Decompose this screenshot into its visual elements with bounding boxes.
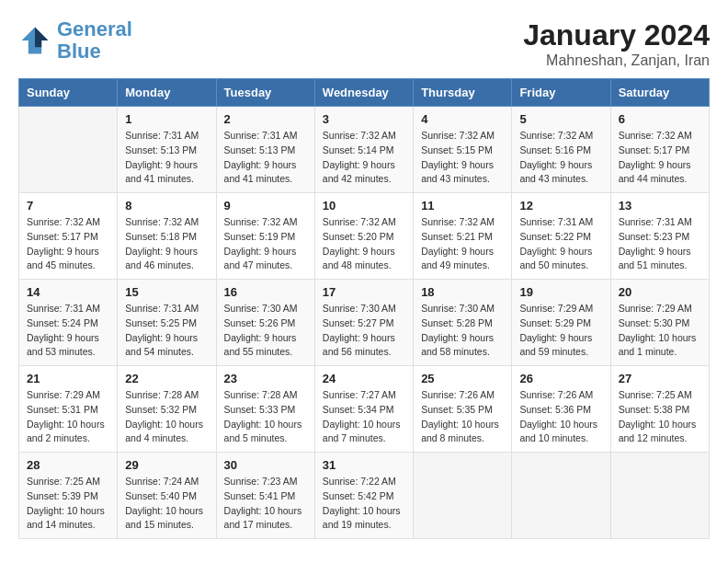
day-number: 19 bbox=[519, 285, 602, 299]
weekday-header-wednesday: Wednesday bbox=[314, 79, 413, 107]
week-row-1: 1Sunrise: 7:31 AMSunset: 5:13 PMDaylight… bbox=[19, 107, 710, 193]
calendar-cell: 19Sunrise: 7:29 AMSunset: 5:29 PMDayligh… bbox=[512, 280, 610, 366]
logo-line1: General bbox=[57, 17, 132, 40]
day-info: Sunrise: 7:24 AMSunset: 5:40 PMDaylight:… bbox=[125, 475, 208, 533]
day-info: Sunrise: 7:29 AMSunset: 5:31 PMDaylight:… bbox=[27, 388, 109, 446]
day-number: 22 bbox=[125, 372, 208, 385]
weekday-header-friday: Friday bbox=[512, 79, 610, 107]
weekday-header-saturday: Saturday bbox=[610, 79, 709, 107]
day-info: Sunrise: 7:32 AMSunset: 5:17 PMDaylight:… bbox=[619, 129, 701, 187]
calendar-cell: 8Sunrise: 7:32 AMSunset: 5:18 PMDaylight… bbox=[118, 193, 216, 280]
day-number: 10 bbox=[323, 199, 405, 213]
logo-icon bbox=[18, 24, 51, 57]
calendar-cell: 28Sunrise: 7:25 AMSunset: 5:39 PMDayligh… bbox=[19, 453, 118, 539]
day-info: Sunrise: 7:32 AMSunset: 5:20 PMDaylight:… bbox=[323, 215, 405, 273]
logo-text: General Blue bbox=[57, 18, 132, 63]
day-info: Sunrise: 7:22 AMSunset: 5:42 PMDaylight:… bbox=[323, 475, 405, 533]
weekday-header-tuesday: Tuesday bbox=[216, 79, 314, 107]
day-info: Sunrise: 7:31 AMSunset: 5:22 PMDaylight:… bbox=[519, 215, 602, 273]
day-number: 29 bbox=[125, 458, 208, 472]
calendar-cell: 31Sunrise: 7:22 AMSunset: 5:42 PMDayligh… bbox=[314, 453, 413, 539]
day-info: Sunrise: 7:31 AMSunset: 5:24 PMDaylight:… bbox=[27, 302, 109, 360]
day-info: Sunrise: 7:31 AMSunset: 5:13 PMDaylight:… bbox=[125, 129, 208, 187]
calendar-cell bbox=[512, 453, 610, 539]
day-info: Sunrise: 7:30 AMSunset: 5:26 PMDaylight:… bbox=[224, 302, 307, 360]
calendar-cell: 7Sunrise: 7:32 AMSunset: 5:17 PMDaylight… bbox=[19, 193, 118, 280]
weekday-header-thursday: Thursday bbox=[414, 79, 512, 107]
day-number: 27 bbox=[619, 372, 701, 385]
day-info: Sunrise: 7:32 AMSunset: 5:14 PMDaylight:… bbox=[323, 129, 405, 187]
day-info: Sunrise: 7:31 AMSunset: 5:13 PMDaylight:… bbox=[224, 129, 307, 187]
calendar-cell: 12Sunrise: 7:31 AMSunset: 5:22 PMDayligh… bbox=[512, 193, 610, 280]
title-block: January 2024 Mahneshan, Zanjan, Iran bbox=[523, 18, 710, 69]
calendar-cell: 18Sunrise: 7:30 AMSunset: 5:28 PMDayligh… bbox=[414, 280, 512, 366]
logo-line2: Blue bbox=[57, 40, 101, 63]
day-info: Sunrise: 7:31 AMSunset: 5:23 PMDaylight:… bbox=[619, 215, 701, 273]
day-number: 2 bbox=[224, 112, 307, 126]
calendar-cell: 4Sunrise: 7:32 AMSunset: 5:15 PMDaylight… bbox=[414, 107, 512, 193]
page-title: January 2024 bbox=[523, 18, 710, 52]
calendar-cell: 14Sunrise: 7:31 AMSunset: 5:24 PMDayligh… bbox=[19, 280, 118, 366]
day-number: 23 bbox=[224, 372, 307, 385]
day-info: Sunrise: 7:32 AMSunset: 5:21 PMDaylight:… bbox=[421, 215, 504, 273]
day-info: Sunrise: 7:32 AMSunset: 5:19 PMDaylight:… bbox=[224, 215, 307, 273]
day-number: 21 bbox=[27, 372, 109, 385]
calendar-cell: 2Sunrise: 7:31 AMSunset: 5:13 PMDaylight… bbox=[216, 107, 314, 193]
day-info: Sunrise: 7:29 AMSunset: 5:29 PMDaylight:… bbox=[519, 302, 602, 360]
day-number: 11 bbox=[421, 199, 504, 213]
week-row-3: 14Sunrise: 7:31 AMSunset: 5:24 PMDayligh… bbox=[19, 280, 710, 366]
weekday-header-sunday: Sunday bbox=[19, 79, 118, 107]
day-number: 28 bbox=[27, 458, 109, 472]
calendar-cell: 9Sunrise: 7:32 AMSunset: 5:19 PMDaylight… bbox=[216, 193, 314, 280]
day-number: 20 bbox=[619, 285, 701, 299]
day-info: Sunrise: 7:32 AMSunset: 5:18 PMDaylight:… bbox=[125, 215, 208, 273]
calendar-cell: 13Sunrise: 7:31 AMSunset: 5:23 PMDayligh… bbox=[610, 193, 709, 280]
week-row-5: 28Sunrise: 7:25 AMSunset: 5:39 PMDayligh… bbox=[19, 453, 710, 539]
calendar-cell: 17Sunrise: 7:30 AMSunset: 5:27 PMDayligh… bbox=[314, 280, 413, 366]
week-row-4: 21Sunrise: 7:29 AMSunset: 5:31 PMDayligh… bbox=[19, 366, 710, 453]
day-number: 3 bbox=[323, 112, 405, 126]
page-header: General Blue January 2024 Mahneshan, Zan… bbox=[18, 18, 710, 69]
day-number: 15 bbox=[125, 285, 208, 299]
day-number: 16 bbox=[224, 285, 307, 299]
day-info: Sunrise: 7:32 AMSunset: 5:16 PMDaylight:… bbox=[519, 129, 602, 187]
weekday-header-row: SundayMondayTuesdayWednesdayThursdayFrid… bbox=[19, 79, 710, 107]
svg-marker-1 bbox=[35, 28, 48, 48]
calendar-table: SundayMondayTuesdayWednesdayThursdayFrid… bbox=[18, 78, 710, 539]
day-info: Sunrise: 7:27 AMSunset: 5:34 PMDaylight:… bbox=[323, 388, 405, 446]
calendar-cell: 5Sunrise: 7:32 AMSunset: 5:16 PMDaylight… bbox=[512, 107, 610, 193]
calendar-cell: 15Sunrise: 7:31 AMSunset: 5:25 PMDayligh… bbox=[118, 280, 216, 366]
calendar-cell bbox=[610, 453, 709, 539]
calendar-cell: 29Sunrise: 7:24 AMSunset: 5:40 PMDayligh… bbox=[118, 453, 216, 539]
page-subtitle: Mahneshan, Zanjan, Iran bbox=[523, 52, 710, 69]
day-number: 30 bbox=[224, 458, 307, 472]
day-number: 5 bbox=[519, 112, 602, 126]
calendar-cell: 26Sunrise: 7:26 AMSunset: 5:36 PMDayligh… bbox=[512, 366, 610, 453]
day-number: 6 bbox=[619, 112, 701, 126]
calendar-cell: 3Sunrise: 7:32 AMSunset: 5:14 PMDaylight… bbox=[314, 107, 413, 193]
day-number: 1 bbox=[125, 112, 208, 126]
calendar-cell: 23Sunrise: 7:28 AMSunset: 5:33 PMDayligh… bbox=[216, 366, 314, 453]
day-number: 7 bbox=[27, 199, 109, 213]
calendar-cell bbox=[19, 107, 118, 193]
day-number: 31 bbox=[323, 458, 405, 472]
day-number: 8 bbox=[125, 199, 208, 213]
day-info: Sunrise: 7:28 AMSunset: 5:33 PMDaylight:… bbox=[224, 388, 307, 446]
calendar-cell: 20Sunrise: 7:29 AMSunset: 5:30 PMDayligh… bbox=[610, 280, 709, 366]
day-info: Sunrise: 7:26 AMSunset: 5:35 PMDaylight:… bbox=[421, 388, 504, 446]
calendar-cell: 10Sunrise: 7:32 AMSunset: 5:20 PMDayligh… bbox=[314, 193, 413, 280]
day-info: Sunrise: 7:32 AMSunset: 5:15 PMDaylight:… bbox=[421, 129, 504, 187]
day-number: 12 bbox=[519, 199, 602, 213]
calendar-cell: 16Sunrise: 7:30 AMSunset: 5:26 PMDayligh… bbox=[216, 280, 314, 366]
logo: General Blue bbox=[18, 18, 132, 63]
day-info: Sunrise: 7:30 AMSunset: 5:28 PMDaylight:… bbox=[421, 302, 504, 360]
day-number: 14 bbox=[27, 285, 109, 299]
day-info: Sunrise: 7:32 AMSunset: 5:17 PMDaylight:… bbox=[27, 215, 109, 273]
calendar-cell: 30Sunrise: 7:23 AMSunset: 5:41 PMDayligh… bbox=[216, 453, 314, 539]
day-info: Sunrise: 7:23 AMSunset: 5:41 PMDaylight:… bbox=[224, 475, 307, 533]
day-info: Sunrise: 7:31 AMSunset: 5:25 PMDaylight:… bbox=[125, 302, 208, 360]
day-number: 17 bbox=[323, 285, 405, 299]
calendar-cell: 21Sunrise: 7:29 AMSunset: 5:31 PMDayligh… bbox=[19, 366, 118, 453]
calendar-cell: 27Sunrise: 7:25 AMSunset: 5:38 PMDayligh… bbox=[610, 366, 709, 453]
day-number: 24 bbox=[323, 372, 405, 385]
